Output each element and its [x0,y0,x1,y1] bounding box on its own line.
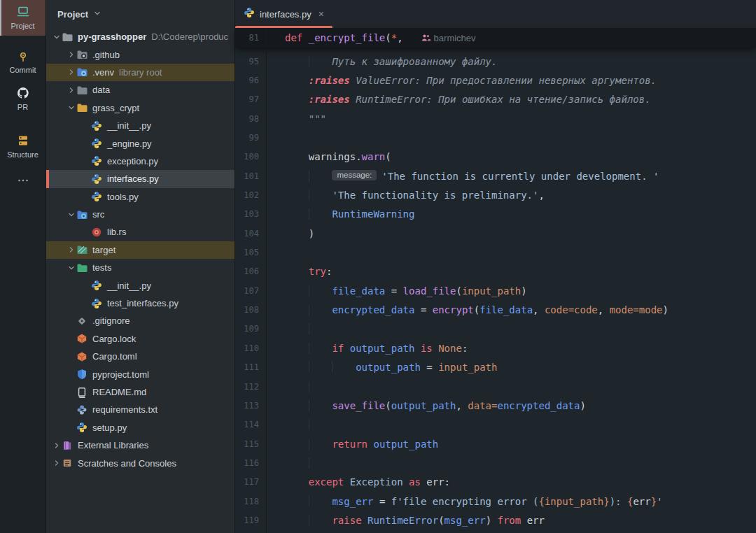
code-line-107[interactable]: 107 file_data = load_file(input_path) [235,281,756,300]
chevron-right-icon[interactable] [66,50,76,59]
chevron-down-icon[interactable] [66,211,76,219]
code-line-116[interactable]: 116 [235,453,756,472]
code-line-96[interactable]: 96 :raises ValueError: При предоставлени… [235,71,756,90]
code-line-105[interactable]: 105 [235,243,756,262]
tree-item-__init__.py[interactable]: __init__.py [46,117,234,134]
line-number[interactable]: 96 [235,71,267,90]
line-number[interactable]: 106 [235,262,267,281]
line-number[interactable]: 99 [235,128,267,147]
tree-item-scratches-and-consoles[interactable]: Scratches and Consoles [46,454,234,471]
sticky-line[interactable]: 81def _encrypt_file(*,barmichev [235,28,756,48]
close-icon[interactable]: × [318,8,324,20]
tool-button-pr[interactable]: PR [0,81,46,117]
line-number[interactable]: 110 [235,339,267,357]
chevron-right-icon[interactable] [66,86,76,94]
tree-item-.gitignore[interactable]: .gitignore [46,312,234,329]
line-number[interactable]: 114 [235,415,267,434]
python-icon [91,298,102,309]
code-line-102[interactable]: 102 'The functionality is preliminary.', [235,185,756,204]
tree-item-tests[interactable]: tests [46,259,234,276]
tool-button-project[interactable]: Project [0,0,46,36]
line-number[interactable]: 105 [235,243,267,262]
chevron-right-icon[interactable] [52,459,62,467]
line-number[interactable]: 120 [235,530,267,533]
line-number[interactable]: 104 [235,224,267,243]
line-number[interactable]: 117 [235,473,267,492]
chevron-down-icon[interactable] [66,104,76,112]
chevron-right-icon[interactable] [66,246,76,254]
tab-interfaces-py[interactable]: interfaces.py × [235,0,332,28]
code-line-103[interactable]: 103 RuntimeWarning [235,205,756,224]
code-area: 95 Путь к зашифрованному файлу.96 :raise… [235,48,756,533]
tree-item-cargo.lock[interactable]: Cargo.lock [46,330,234,348]
tool-button-more[interactable] [0,169,46,193]
tree-item-py-grasshopper[interactable]: py-grasshopperD:\Coderep\produc [46,28,234,45]
tree-item-lib.rs[interactable]: lib.rs [46,223,234,241]
code-line-99[interactable]: 99 [235,128,756,147]
line-number[interactable]: 119 [235,511,267,530]
code-line-109[interactable]: 109 [235,320,756,339]
code-line-98[interactable]: 98 """ [235,109,756,128]
code-line-101[interactable]: 101 message:'The function is currently u… [235,166,756,185]
line-number[interactable]: 98 [235,109,267,128]
line-number[interactable]: 100 [235,148,267,166]
line-number[interactable]: 113 [235,396,267,415]
line-number[interactable]: 81 [235,28,267,48]
code-line-115[interactable]: 115 return output_path [235,434,756,453]
tree-item-readme.md[interactable]: README.md [46,383,234,401]
chevron-right-icon[interactable] [66,68,76,76]
code-line-112[interactable]: 112 [235,377,756,396]
line-number[interactable]: 112 [235,377,267,396]
tree-item-src[interactable]: src [46,206,234,223]
line-number[interactable]: 107 [235,281,267,300]
code-line-113[interactable]: 113 save_file(output_path, data=encrypte… [235,396,756,415]
tree-item-data[interactable]: data [46,81,234,99]
code-line-119[interactable]: 119 raise RuntimeError(msg_err) from err [235,511,756,530]
tree-item-target[interactable]: target [46,241,234,259]
tree-item-test_interfaces.py[interactable]: test_interfaces.py [46,294,234,312]
tree-item-interfaces.py[interactable]: interfaces.py [46,170,234,187]
tree-item-external-libraries[interactable]: External Libraries [46,436,234,454]
tree-item-.github[interactable]: .github [46,45,234,63]
code-line-106[interactable]: 106 try: [235,262,756,281]
line-number[interactable]: 95 [235,52,267,71]
code-line-108[interactable]: 108 encrypted_data = encrypt(file_data, … [235,300,756,319]
tree-item-cargo.toml[interactable]: Cargo.toml [46,348,234,365]
code-line-110[interactable]: 110 if output_path is None: [235,339,756,357]
line-number[interactable]: 97 [235,90,267,109]
tree-item-tools.py[interactable]: tools.py [46,188,234,206]
tree-item-exception.py[interactable]: exception.py [46,152,234,170]
line-number[interactable]: 102 [235,185,267,204]
code-line-118[interactable]: 118 msg_err = f'file encrypting error ({… [235,492,756,511]
chevron-right-icon[interactable] [52,441,62,450]
line-number[interactable]: 101 [235,166,267,185]
code-line-104[interactable]: 104 ) [235,224,756,243]
code-line-117[interactable]: 117 except Exception as err: [235,473,756,492]
code-line-81[interactable]: 81def _encrypt_file(*,barmichev [235,28,756,48]
code-line-97[interactable]: 97 :raises RuntimeError: При ошибках на … [235,90,756,109]
tool-button-commit[interactable]: Commit [0,44,46,80]
line-number[interactable]: 111 [235,358,267,377]
code-line-95[interactable]: 95 Путь к зашифрованному файлу. [235,52,756,71]
tree-item-__init__.py[interactable]: __init__.py [46,276,234,294]
chevron-down-icon[interactable] [66,264,76,272]
tool-button-structure[interactable]: Structure [0,129,46,164]
code-line-100[interactable]: 100 warnings.warn( [235,148,756,166]
tree-item-pyproject.toml[interactable]: pyproject.toml [46,365,234,383]
line-number[interactable]: 103 [235,205,267,224]
tree-item-requirements.txt[interactable]: requirements.txt [46,401,234,418]
tree-item-grass_crypt[interactable]: grass_crypt [46,99,234,117]
line-number[interactable]: 115 [235,434,267,453]
chevron-down-icon[interactable] [93,8,102,20]
line-number[interactable]: 118 [235,492,267,511]
code-line-114[interactable]: 114 [235,415,756,434]
line-number[interactable]: 108 [235,300,267,319]
tree-item-.venv[interactable]: .venvlibrary root [46,64,234,81]
code-line-111[interactable]: 111 output_path = input_path [235,358,756,377]
chevron-down-icon[interactable] [52,33,62,41]
line-number[interactable]: 109 [235,320,267,339]
line-number[interactable]: 116 [235,453,267,472]
tree-item-setup.py[interactable]: setup.py [46,419,234,436]
tree-item-_engine.py[interactable]: _engine.py [46,134,234,152]
code-line-120[interactable]: 120 [235,530,756,533]
